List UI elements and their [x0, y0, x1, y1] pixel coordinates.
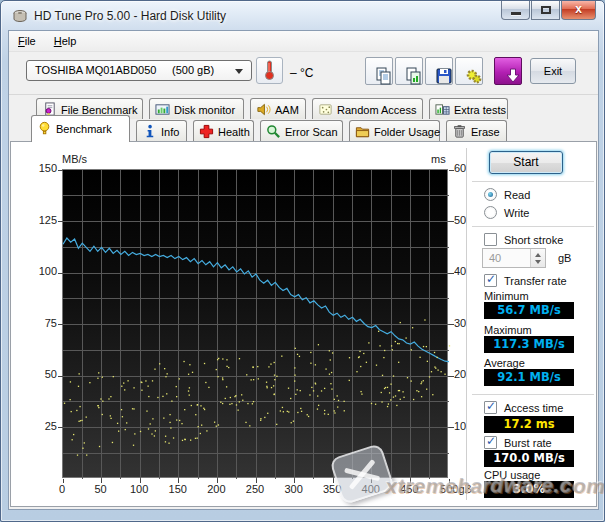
transfer-rate-checkbox[interactable] — [484, 274, 497, 287]
spin-down-icon — [535, 260, 541, 264]
client-area: FileHelp TOSHIBA MQ01ABD050 (500 gB) – °… — [8, 30, 599, 510]
copy-button[interactable] — [365, 57, 393, 85]
axis-tick: 100 — [27, 265, 57, 277]
divider — [472, 226, 594, 227]
health-icon — [199, 124, 214, 141]
access-time-value: 17.2 ms — [484, 416, 574, 433]
save-button[interactable] — [425, 57, 453, 85]
tab-benchmark[interactable]: Benchmark — [31, 115, 130, 142]
burst-rate-value: 170.0 MB/s — [484, 450, 574, 467]
close-button[interactable]: x — [561, 1, 596, 20]
exit-label: Exit — [544, 65, 562, 77]
short-stroke-unit: gB — [558, 252, 571, 264]
maximum-label: Maximum — [484, 324, 532, 336]
left-axis-unit: MB/s — [62, 153, 87, 165]
minimum-value: 56.7 MB/s — [484, 302, 574, 319]
app-icon — [12, 8, 28, 24]
short-stroke-checkbox[interactable] — [484, 233, 497, 246]
tab-label: Benchmark — [56, 123, 112, 135]
tab-disk-monitor[interactable]: Disk monitor — [149, 98, 244, 119]
read-radio[interactable] — [484, 188, 497, 201]
title-bar[interactable]: HD Tune Pro 5.00 - Hard Disk Utility x — [1, 1, 604, 31]
axis-tick: 50 — [454, 214, 484, 226]
write-radio[interactable] — [484, 206, 497, 219]
drive-size: (500 gB) — [172, 64, 214, 76]
drive-select[interactable]: TOSHIBA MQ01ABD050 (500 gB) — [26, 60, 252, 81]
menu-file[interactable]: File — [9, 31, 45, 50]
tab-label: Error Scan — [285, 126, 338, 138]
minimize-button[interactable] — [501, 1, 530, 20]
watermark-text: xtremehardware.com — [385, 474, 605, 498]
average-label: Average — [484, 357, 525, 369]
tab-label: Erase — [471, 126, 500, 138]
window-title: HD Tune Pro 5.00 - Hard Disk Utility — [34, 9, 226, 23]
tab-aam[interactable]: AAM — [250, 98, 306, 119]
tab-error-scan[interactable]: Error Scan — [260, 120, 343, 141]
menu-help[interactable]: Help — [45, 31, 86, 50]
axis-tick: 40 — [454, 265, 484, 277]
tab-label: Disk monitor — [174, 104, 235, 116]
tab-label: Folder Usage — [374, 126, 440, 138]
axis-tick: 50 — [79, 483, 123, 495]
axis-tick: 200 — [194, 483, 238, 495]
maximize-button[interactable] — [531, 1, 560, 20]
exit-button[interactable]: Exit — [530, 58, 576, 84]
erase-icon — [452, 124, 467, 141]
tab-health[interactable]: Health — [193, 120, 254, 141]
minimize-icon — [511, 12, 521, 15]
axis-tick: 30 — [454, 317, 484, 329]
aam-icon — [256, 102, 271, 119]
read-label: Read — [504, 189, 530, 201]
temperature-button[interactable] — [256, 57, 283, 84]
copy-image-button[interactable] — [395, 57, 423, 85]
maximize-icon — [541, 6, 551, 14]
benchmark-plot — [62, 169, 448, 478]
write-label: Write — [504, 207, 529, 219]
chevron-down-icon — [235, 69, 243, 74]
average-value: 92.1 MB/s — [484, 369, 574, 386]
random-access-icon — [318, 102, 333, 119]
app-window: HD Tune Pro 5.00 - Hard Disk Utility x F… — [0, 0, 605, 522]
axis-tick: 20 — [454, 368, 484, 380]
axis-tick: 0 — [40, 483, 84, 495]
short-stroke-label: Short stroke — [504, 234, 563, 246]
axis-tick: 75 — [27, 317, 57, 329]
tab-folder-usage[interactable]: Folder Usage — [349, 120, 440, 141]
axis-tick: 60 — [454, 162, 484, 174]
drive-model: TOSHIBA MQ01ABD050 — [35, 64, 156, 76]
tab-extra-tests[interactable]: Extra tests — [429, 98, 508, 119]
temperature-value: – °C — [290, 66, 313, 80]
tab-label: Info — [161, 126, 179, 138]
axis-tick: 50 — [27, 368, 57, 380]
access-time-label: Access time — [504, 402, 563, 414]
tab-random-access[interactable]: Random Access — [312, 98, 423, 119]
options-button[interactable] — [455, 57, 483, 85]
update-button[interactable] — [494, 57, 522, 85]
disk-monitor-icon — [155, 102, 170, 119]
axis-tick: 25 — [27, 420, 57, 432]
benchmark-icon — [37, 121, 52, 138]
close-icon: x — [562, 2, 595, 16]
tab-erase[interactable]: Erase — [446, 120, 507, 141]
toolbar: TOSHIBA MQ01ABD050 (500 gB) – °C Exit — [9, 52, 598, 95]
axis-tick: 150 — [156, 483, 200, 495]
panel-separator — [466, 148, 467, 500]
start-button[interactable]: Start — [489, 151, 563, 174]
short-stroke-input[interactable]: 40 — [482, 248, 546, 268]
tab-label: Extra tests — [454, 104, 506, 116]
axis-tick: 125 — [27, 214, 57, 226]
axis-tick: 10 — [454, 420, 484, 432]
spinner-arrows[interactable] — [530, 249, 545, 267]
extra-tests-icon — [435, 102, 450, 119]
access-time-checkbox[interactable] — [484, 401, 497, 414]
tab-label: Health — [218, 126, 250, 138]
burst-rate-checkbox[interactable] — [484, 436, 497, 449]
axis-tick: 150 — [27, 162, 57, 174]
divider — [472, 394, 594, 395]
tab-label: Random Access — [337, 104, 416, 116]
short-stroke-value: 40 — [489, 252, 501, 264]
right-axis-unit: ms — [431, 153, 446, 165]
spin-up-icon — [535, 253, 541, 257]
tab-info[interactable]: Info — [136, 120, 187, 141]
error-scan-icon — [266, 124, 281, 141]
